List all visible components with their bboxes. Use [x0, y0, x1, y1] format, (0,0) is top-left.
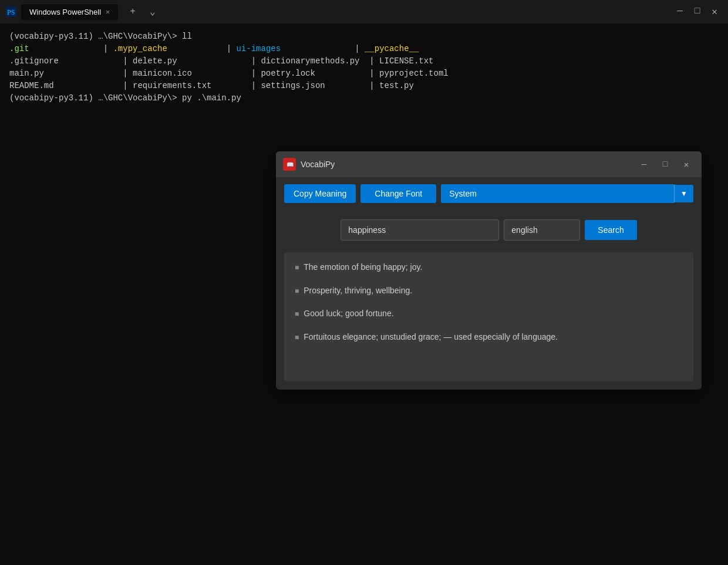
close-button[interactable]: ✕ — [707, 6, 722, 18]
dialog-toolbar: Copy Meaning Change Font System ▼ — [276, 177, 702, 210]
result-text-2: Prosperity, thriving, wellbeing. — [304, 285, 683, 297]
bullet-2: ■ — [295, 286, 299, 296]
dialog-maximize-button[interactable]: □ — [657, 156, 673, 172]
dropdown-arrow-button[interactable]: ▼ — [674, 185, 693, 202]
result-item-2: ■ Prosperity, thriving, wellbeing. — [295, 285, 683, 297]
powershell-tab[interactable]: Windows PowerShell ✕ — [21, 4, 118, 20]
copy-meaning-button[interactable]: Copy Meaning — [284, 184, 356, 203]
search-button[interactable]: Search — [585, 220, 636, 240]
cmd-ll: ll — [182, 31, 192, 43]
terminal-line-5: README.md | requirements.txt | settings.… — [9, 80, 719, 92]
dialog-title: VocabiPy — [301, 160, 631, 169]
search-input[interactable] — [341, 219, 499, 241]
tab-title: Windows PowerShell — [29, 8, 101, 16]
terminal-line-2: .git | .mypy_cache | ui-images | __pycac… — [9, 43, 719, 55]
new-tab-button[interactable]: + — [125, 6, 140, 17]
results-area: ■ The emotion of being happy; joy. ■ Pro… — [284, 252, 693, 381]
result-text-3: Good luck; good fortune. — [304, 308, 683, 320]
dialog-minimize-button[interactable]: — — [636, 156, 652, 172]
minimize-button[interactable]: — — [672, 6, 687, 18]
terminal-line-4: main.py | mainicon.ico | poetry.lock | p… — [9, 67, 719, 80]
titlebar: PS Windows PowerShell ✕ + ⌄ — □ ✕ — [0, 0, 728, 23]
language-input[interactable] — [504, 219, 580, 241]
bullet-4: ■ — [295, 333, 299, 343]
window-controls: — □ ✕ — [672, 6, 722, 18]
font-dropdown[interactable]: System — [441, 184, 674, 203]
result-item-3: ■ Good luck; good fortune. — [295, 308, 683, 320]
terminal-line-3: .gitignore | delete.py | dictionarymetho… — [9, 55, 719, 67]
vocabipy-dialog: 📖 VocabiPy — □ ✕ Copy Meaning Change Fon… — [276, 151, 702, 390]
pycache: __pycache__ — [365, 43, 419, 55]
svg-text:PS: PS — [7, 8, 15, 16]
bullet-3: ■ — [295, 309, 299, 319]
ui-images: ui-images — [236, 43, 281, 55]
chevron-down-icon: ▼ — [680, 190, 687, 198]
bullet-1: ■ — [295, 263, 299, 273]
cmd-run: py .\main.py — [182, 92, 241, 104]
maximize-button[interactable]: □ — [690, 6, 705, 18]
tab-dropdown-button[interactable]: ⌄ — [145, 6, 160, 18]
dialog-close-button[interactable]: ✕ — [678, 156, 695, 172]
mypy-cache: .mypy_cache — [113, 43, 167, 55]
result-text-1: The emotion of being happy; joy. — [304, 262, 683, 273]
tab-close-icon[interactable]: ✕ — [106, 8, 110, 16]
search-area: Search — [276, 210, 702, 252]
dialog-titlebar: 📖 VocabiPy — □ ✕ — [276, 151, 702, 177]
prompt-2: (vocabipy-py3.11) …\GHC\VocabiPy\> — [9, 92, 182, 104]
result-item-1: ■ The emotion of being happy; joy. — [295, 262, 683, 273]
git-dir: .git — [9, 43, 29, 55]
prompt-1: (vocabipy-py3.11) …\GHC\VocabiPy\> — [9, 31, 182, 43]
svg-text:📖: 📖 — [287, 161, 294, 168]
change-font-button[interactable]: Change Font — [360, 184, 436, 203]
font-dropdown-wrapper: System ▼ — [441, 184, 693, 203]
terminal-content: (vocabipy-py3.11) …\GHC\VocabiPy\> ll .g… — [0, 23, 728, 111]
terminal-line-1: (vocabipy-py3.11) …\GHC\VocabiPy\> ll — [9, 31, 719, 43]
vocabipy-icon: 📖 — [283, 158, 296, 171]
result-item-4: ■ Fortuitous elegance; unstudied grace; … — [295, 331, 683, 343]
powershell-icon: PS — [6, 6, 16, 17]
terminal-line-6: (vocabipy-py3.11) …\GHC\VocabiPy\> py .\… — [9, 92, 719, 104]
result-text-4: Fortuitous elegance; unstudied grace; — … — [304, 331, 683, 343]
